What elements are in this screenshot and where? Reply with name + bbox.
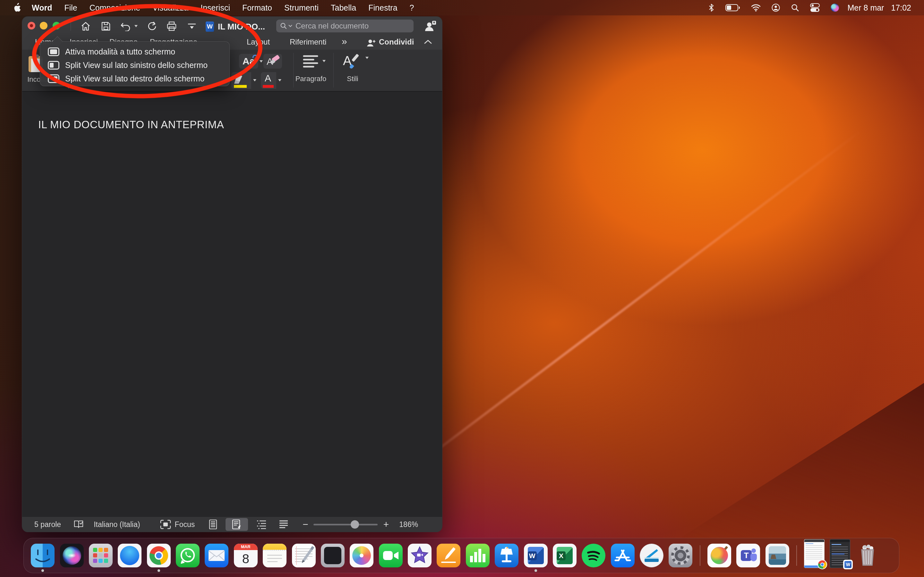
dock-chrome-icon[interactable] [147,544,171,567]
dock-photos-icon[interactable] [350,544,373,567]
apple-menu-icon[interactable] [13,3,21,13]
spellcheck-icon[interactable] [73,520,84,529]
spotlight-search-icon[interactable] [791,3,799,12]
print-layout-view-icon[interactable] [208,519,218,530]
tab-layout[interactable]: Layout [247,37,270,47]
document-canvas[interactable]: IL MIO DOCUMENTO IN ANTEPRIMA [22,92,442,516]
menu-item-finestra[interactable]: Finestra [368,3,397,13]
dock-trash-icon[interactable] [856,544,879,567]
dock-finder-icon[interactable] [31,544,55,567]
undo-dropdown-caret[interactable] [134,25,137,27]
outline-view-icon[interactable] [256,520,267,529]
zoom-out-button[interactable]: − [302,519,309,530]
document-heading-text[interactable]: IL MIO DOCUMENTO IN ANTEPRIMA [38,119,224,131]
close-button[interactable] [27,22,35,29]
dock-settings-icon[interactable] [669,544,692,567]
dock-minimized-word-window[interactable]: W [830,539,850,568]
print-icon[interactable] [166,21,177,32]
dock-calculator-icon[interactable] [321,544,344,567]
clear-formatting-button[interactable]: A [263,54,282,69]
font-color-button[interactable]: A [261,72,276,89]
menu-item-tabella[interactable]: Tabella [331,3,356,13]
dock-launchpad-icon[interactable] [89,544,113,567]
minimize-button[interactable] [40,22,47,29]
dock-appstore-icon[interactable] [611,544,635,567]
search-input[interactable]: Cerca nel documento [276,19,414,32]
font-color-caret[interactable] [278,79,281,81]
menu-item-split-right[interactable]: Split View sul lato destro dello schermo [48,72,204,85]
dock-calendar-icon[interactable]: MAR 8 [234,544,258,567]
dock-facetime-icon[interactable] [379,544,403,567]
menu-item-formato[interactable]: Formato [242,3,272,13]
dock-teams-icon[interactable]: T [736,544,760,567]
change-case-arrow [252,55,258,58]
dock-notes-icon[interactable] [263,544,286,567]
share-person-icon[interactable] [366,39,376,47]
customize-toolbar-icon[interactable] [186,21,197,32]
web-layout-view-button[interactable] [226,518,248,531]
battery-icon[interactable] [725,4,740,11]
dock-word-icon[interactable]: W [524,544,548,567]
dock-textedit-icon[interactable] [292,544,316,567]
menu-item-fullscreen[interactable]: Attiva modalità a tutto schermo [48,45,175,58]
focus-mode-label[interactable]: Focus [175,520,195,529]
highlight-color-button[interactable] [231,72,251,89]
word-count[interactable]: 5 parole [34,520,61,529]
dock-scanner-icon[interactable] [640,544,664,567]
siri-menu-icon[interactable] [830,3,839,12]
dock-keynote-icon[interactable] [495,544,519,567]
dock-spotify-icon[interactable] [582,544,606,567]
menu-item-app[interactable]: Word [32,3,52,13]
dock-siri-icon[interactable] [60,544,84,567]
paragraph-group-label[interactable]: Paragrafo [291,75,331,83]
menu-clock[interactable]: 17:02 [891,3,911,13]
collapse-ribbon-chevron-icon[interactable] [424,39,432,45]
dock-whatsapp-icon[interactable] [176,544,200,567]
dock-preview-icon[interactable] [766,544,789,567]
menu-item-visualizza[interactable]: Visualizza [152,3,188,13]
menu-item-file[interactable]: File [64,3,77,13]
user-switch-icon[interactable] [772,3,780,12]
dock-pixelmator-icon[interactable] [708,544,731,567]
redo-icon[interactable] [146,21,157,32]
save-icon[interactable] [100,21,111,32]
highlight-caret[interactable] [253,79,256,81]
zoom-level[interactable]: 186% [399,520,418,529]
paragraph-group-icon[interactable] [302,53,319,71]
language-selector[interactable]: Italiano (Italia) [94,520,140,529]
change-case-button[interactable]: Aa [239,54,258,69]
styles-group-icon[interactable]: A [343,52,363,72]
tab-overflow-chevrons[interactable]: » [342,36,347,47]
menu-item-composizione[interactable]: Composizione [89,3,140,13]
tab-riferimenti[interactable]: Riferimenti [290,37,326,47]
zoom-slider-knob[interactable] [351,520,359,529]
menu-item-help[interactable]: ? [410,3,414,13]
paragraph-caret[interactable] [322,60,326,62]
dock-imovie-icon[interactable] [408,544,431,567]
zoom-in-button[interactable]: + [383,519,389,530]
focus-mode-icon[interactable] [160,520,171,529]
share-button[interactable]: Condividi [379,37,414,47]
menu-date[interactable]: Mer 8 mar [848,3,884,13]
dock-minimized-chrome-window[interactable] [804,539,825,568]
dock-pages-icon[interactable] [437,544,460,567]
share-icon[interactable] [424,20,437,32]
bluetooth-icon[interactable] [708,3,714,12]
dock-excel-icon[interactable]: X [553,544,577,567]
menu-item-strumenti[interactable]: Strumenti [284,3,318,13]
home-icon[interactable] [80,21,91,32]
styles-group-label[interactable]: Stili [338,75,367,83]
menu-item-split-left[interactable]: Split View sul lato sinistro dello scher… [48,58,208,72]
dock-safari-icon[interactable] [118,544,142,567]
dock-numbers-icon[interactable] [466,544,489,567]
wifi-icon[interactable] [751,4,761,11]
dock-mail-icon[interactable] [205,544,228,567]
zoom-slider[interactable] [313,524,378,525]
dock-divider [700,545,700,566]
fullscreen-button[interactable] [53,22,60,29]
menu-item-inserisci[interactable]: Inserisci [200,3,230,13]
search-placeholder: Cerca nel documento [296,21,368,31]
control-center-icon[interactable] [810,3,820,12]
undo-icon[interactable] [120,21,131,32]
draft-view-icon[interactable] [279,520,288,529]
